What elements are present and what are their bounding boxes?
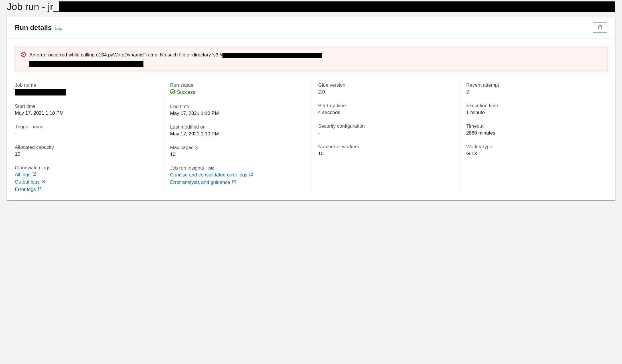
label-cloudwatch-logs: Cloudwatch logs — [15, 165, 156, 171]
error-text-part1: An error occurred while calling o134.pyW… — [29, 52, 222, 58]
svg-point-1 — [170, 90, 175, 94]
refresh-icon — [597, 25, 603, 31]
label-startup-time: Start-up time — [318, 103, 452, 109]
field-glue-version: Glue version 2.0 — [318, 82, 452, 95]
page-title-row: Job run - jr_ — [0, 0, 622, 17]
details-col-1: Job name Start time May 17, 2021 1:10 PM… — [15, 82, 163, 192]
label-allocated-capacity: Allocated capacity — [15, 145, 156, 150]
link-error-analysis[interactable]: Error analysis and guidance — [170, 180, 304, 185]
field-trigger-name: Trigger name - — [15, 124, 156, 137]
refresh-button[interactable] — [593, 23, 607, 33]
field-security-config: Security configuration - — [318, 123, 452, 136]
field-run-status: Run status Success — [170, 82, 304, 96]
link-output-logs[interactable]: Output logs — [15, 179, 156, 185]
error-message: An error occurred while calling o134.pyW… — [29, 51, 322, 67]
value-end-time: May 17, 2021 1:10 PM — [170, 111, 304, 116]
details-col-3: Glue version 2.0 Start-up time 4 seconds… — [311, 82, 459, 192]
value-last-modified: May 17, 2021 1:10 PM — [170, 131, 304, 137]
link-error-logs[interactable]: Error logs — [15, 187, 156, 192]
external-link-icon — [232, 180, 236, 185]
info-link-insights[interactable]: Info — [208, 166, 214, 170]
label-job-name: Job name — [15, 82, 156, 88]
label-insights: Job run insights Info — [170, 165, 304, 171]
label-concise-logs: Concise and consolidated error logs — [170, 172, 247, 178]
label-trigger-name: Trigger name — [15, 124, 156, 130]
label-number-of-workers: Number of workers — [318, 144, 452, 150]
field-last-modified: Last modified on May 17, 2021 1:10 PM — [170, 124, 304, 137]
field-execution-time: Execution time 1 minute — [466, 103, 600, 115]
label-error-analysis: Error analysis and guidance — [170, 180, 230, 185]
error-icon — [21, 52, 26, 58]
label-execution-time: Execution time — [466, 103, 600, 109]
label-worker-type: Worker type — [466, 144, 600, 150]
panel-title: Run details — [15, 24, 52, 32]
field-recent-attempt: Recent attempt 2 — [466, 82, 600, 95]
details-grid: Job name Start time May 17, 2021 1:10 PM… — [15, 82, 607, 192]
link-concise-logs[interactable]: Concise and consolidated error logs — [170, 172, 304, 178]
redacted-job-run-id — [59, 1, 615, 12]
label-security-config: Security configuration — [318, 123, 452, 129]
external-link-icon — [249, 172, 253, 178]
label-max-capacity: Max capacity — [170, 145, 304, 151]
label-error-logs: Error logs — [15, 187, 36, 192]
external-link-icon — [38, 187, 42, 192]
value-glue-version: 2.0 — [318, 89, 452, 95]
info-link[interactable]: Info — [55, 26, 62, 31]
external-link-icon — [41, 179, 46, 185]
value-start-time: May 17, 2021 1:10 PM — [15, 110, 156, 116]
external-link-icon — [32, 172, 37, 178]
field-job-name: Job name — [15, 82, 156, 95]
value-security-config: - — [318, 130, 452, 136]
field-start-time: Start time May 17, 2021 1:10 PM — [15, 103, 156, 116]
value-trigger-name: - — [15, 131, 156, 137]
label-output-logs: Output logs — [15, 179, 40, 185]
text-insights-label: Job run insights — [170, 165, 204, 171]
field-allocated-capacity: Allocated capacity 10 — [15, 145, 156, 157]
value-run-status: Success — [170, 89, 304, 96]
value-timeout: 2880 minutes — [466, 130, 600, 136]
field-end-time: End time May 17, 2021 1:10 PM — [170, 104, 304, 116]
details-col-4: Recent attempt 2 Execution time 1 minute… — [459, 82, 607, 192]
field-worker-type: Worker type G.1X — [466, 144, 600, 156]
label-last-modified: Last modified on — [170, 124, 304, 130]
value-startup-time: 4 seconds — [318, 110, 452, 115]
value-recent-attempt: 2 — [466, 89, 600, 95]
field-cloudwatch-logs: Cloudwatch logs All logs Output logs — [15, 165, 156, 192]
value-number-of-workers: 10 — [318, 151, 452, 156]
value-worker-type: G.1X — [466, 151, 600, 156]
link-all-logs[interactable]: All logs — [15, 172, 156, 178]
label-all-logs: All logs — [15, 172, 31, 178]
field-max-capacity: Max capacity 10 — [170, 145, 304, 157]
details-col-2: Run status Success End t — [163, 82, 311, 192]
text-run-status: Success — [177, 90, 195, 95]
run-details-panel: Run details Info — [7, 17, 615, 200]
label-timeout: Timeout — [466, 123, 600, 129]
field-startup-time: Start-up time 4 seconds — [318, 103, 452, 115]
error-alert: An error occurred while calling o134.pyW… — [15, 47, 607, 71]
redacted-s3-path-1 — [222, 53, 322, 58]
label-end-time: End time — [170, 104, 304, 109]
value-execution-time: 1 minute — [466, 110, 600, 115]
field-insights: Job run insights Info Concise and consol… — [170, 165, 304, 185]
label-recent-attempt: Recent attempt — [466, 82, 600, 88]
panel-header: Run details Info — [7, 17, 615, 39]
label-glue-version: Glue version — [318, 82, 452, 88]
value-allocated-capacity: 10 — [15, 151, 156, 157]
label-run-status: Run status — [170, 82, 304, 88]
redacted-s3-path-2 — [29, 61, 143, 67]
error-text-part2: ' — [143, 60, 144, 65]
redacted-job-name — [15, 89, 66, 95]
label-start-time: Start time — [15, 103, 156, 109]
value-max-capacity: 10 — [170, 152, 304, 157]
success-icon — [170, 89, 175, 96]
page-title: Job run - jr_ — [7, 1, 58, 12]
field-timeout: Timeout 2880 minutes — [466, 123, 600, 136]
field-number-of-workers: Number of workers 10 — [318, 144, 452, 156]
